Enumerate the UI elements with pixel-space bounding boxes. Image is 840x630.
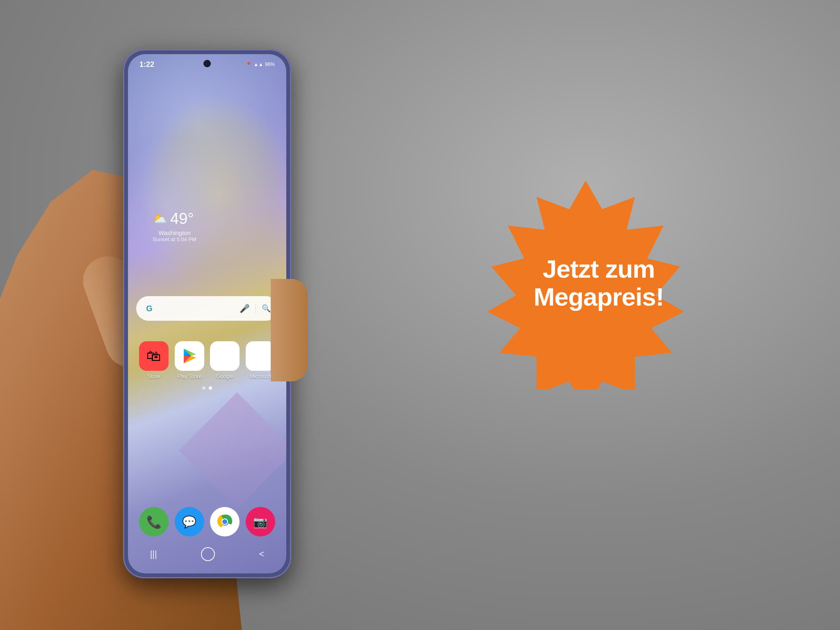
weather-widget: ⛅ 49° Washington Sunset at 5:04 PM [153,210,196,242]
google-g-logo: G [144,303,155,314]
phone-screen: 1:22 📍 ▲▲ 96% ⛅ 49° Washington Sunset at… [128,54,286,573]
dot-1 [202,386,205,390]
starburst-container: Jetzt zum Megapreis! [463,176,709,390]
nav-bar: ||| < [128,543,286,565]
store-icon: 🛍 [139,341,169,371]
wallpaper-diamond [179,393,286,509]
page-dots [202,386,212,390]
playstore-icon [175,341,204,371]
weather-location: Washington [153,229,196,236]
divider [256,304,256,313]
home-button[interactable] [201,547,215,561]
playstore-svg [180,347,199,365]
google-icon [210,341,240,371]
chrome-svg [216,513,234,531]
app-playstore[interactable]: Play Store [175,341,204,379]
lens-icon[interactable]: 🔍 [262,304,271,313]
google-label: Google [216,373,233,379]
fingers-right [271,279,308,381]
dock-chrome[interactable] [210,507,240,536]
phone-body: 1:22 📍 ▲▲ 96% ⛅ 49° Washington Sunset at… [123,49,291,578]
status-icons: 📍 ▲▲ 96% [245,62,275,68]
dock-phone[interactable]: 📞 [139,507,169,536]
store-label: Store [148,373,160,379]
camera-notch [203,60,211,67]
microphone-icon[interactable]: 🎤 [240,304,250,313]
weather-sunset: Sunset at 5:04 PM [153,236,196,242]
weather-temperature: 49° [170,210,194,228]
dock: 📞 💬 📷 [136,507,278,536]
messages-icon: 💬 [182,515,196,529]
phone-icon: 📞 [146,515,162,529]
svg-point-7 [222,519,227,524]
app-row: 🛍 Store [136,341,278,379]
app-google[interactable]: Google [210,341,240,379]
search-bar[interactable]: G 🎤 🔍 [136,296,278,321]
dot-2-active [209,386,212,390]
bag-icon: 🛍 [146,347,161,365]
recents-button[interactable]: ||| [150,549,157,559]
weather-icon: ⛅ [153,212,167,226]
battery-icon: 96% [265,62,275,67]
dock-camera[interactable]: 📷 [246,507,275,536]
playstore-label: Play Store [177,373,202,379]
signal-icon: ▲▲ [253,62,263,67]
location-icon: 📍 [245,62,252,68]
dock-messages[interactable]: 💬 [175,507,204,536]
starburst-line2: Megapreis! [534,283,664,311]
app-store[interactable]: 🛍 Store [139,341,169,379]
camera-icon: 📷 [253,515,267,529]
status-time: 1:22 [139,60,154,69]
microsoft-label: Microsoft [249,373,271,379]
starburst-line1: Jetzt zum [534,255,664,283]
starburst-text: Jetzt zum Megapreis! [534,255,664,311]
back-button[interactable]: < [259,549,264,559]
